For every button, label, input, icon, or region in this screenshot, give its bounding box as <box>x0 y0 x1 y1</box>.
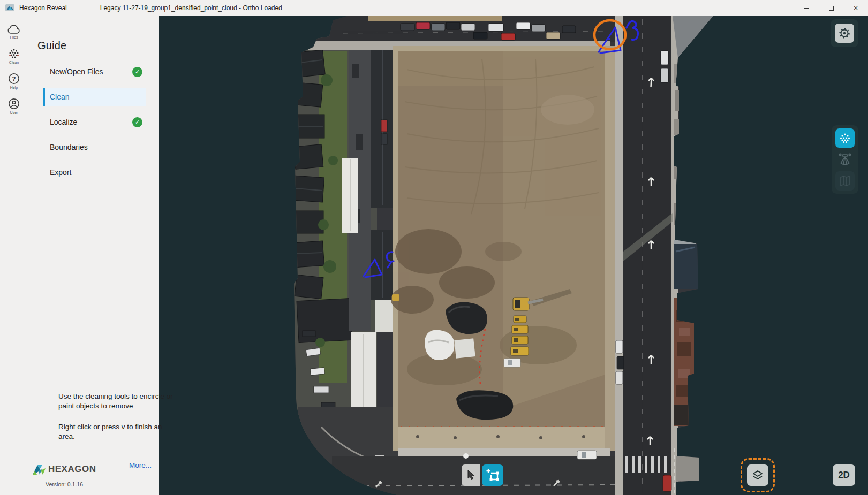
minimize-button[interactable] <box>794 0 819 16</box>
instruction-text: Right click or press v to finish an area… <box>58 422 176 441</box>
layers-highlight-box <box>741 458 775 492</box>
map-view-button[interactable] <box>835 171 855 191</box>
point-cloud-icon <box>8 48 20 59</box>
rail-item-clean[interactable]: Clean <box>0 48 28 64</box>
app-name: Hexagon Reveal <box>19 4 67 12</box>
title-bar: Hexagon Reveal Legacy 11-27-19_group1_de… <box>0 0 868 16</box>
guide-step-export[interactable]: Export <box>43 163 146 181</box>
user-icon <box>8 98 20 110</box>
map-viewport: 2D <box>159 16 868 495</box>
guide-step-boundaries[interactable]: Boundaries <box>43 138 146 156</box>
hexagon-logo-icon <box>32 463 46 476</box>
settings-button[interactable] <box>835 24 854 43</box>
ortho-right-buildings <box>673 16 713 482</box>
maximize-button[interactable] <box>819 0 843 16</box>
view-tool-stack <box>832 125 858 194</box>
view-mode-2d-button[interactable]: 2D <box>833 464 855 486</box>
maximize-icon <box>829 6 834 11</box>
rail-item-label: Help <box>10 86 18 89</box>
rail-item-help[interactable]: ? Help <box>0 73 28 89</box>
cursor-icon <box>466 470 476 481</box>
ortho-right-road <box>605 16 678 495</box>
version-label: Version: 0.1.16 <box>46 481 83 488</box>
document-title: Legacy 11-27-19_group1_densified_point_c… <box>100 4 282 12</box>
guide-step-localize[interactable]: Localize ✓ <box>43 113 146 131</box>
rail-item-files[interactable]: Files <box>0 25 28 39</box>
gear-icon <box>839 28 850 39</box>
guide-step-clean[interactable]: Clean <box>43 88 146 106</box>
app-icon <box>5 3 14 12</box>
guide-step-new-open-files[interactable]: New/Open Files ✓ <box>43 63 146 81</box>
icon-rail: Files Clean ? Help User <box>0 16 28 495</box>
ortho-photo <box>159 16 868 495</box>
fence-select-icon <box>486 468 500 482</box>
check-icon: ✓ <box>132 67 142 77</box>
more-link[interactable]: More... <box>129 461 152 469</box>
brand-name: HEXAGON <box>48 464 96 475</box>
settings-button-container <box>831 19 858 47</box>
select-tool-button[interactable] <box>462 464 480 486</box>
guide-panel: Guide New/Open Files ✓ Clean Localize ✓ … <box>28 16 159 495</box>
instruction-text: Use the cleaning tools to encircle or pa… <box>58 392 176 411</box>
drone-view-button[interactable] <box>835 150 855 169</box>
point-cloud-view-button[interactable] <box>835 128 855 148</box>
brand-row: HEXAGON <box>32 463 182 476</box>
ortho-dirt-field <box>391 46 612 451</box>
cloud-icon <box>7 25 20 34</box>
map-icon <box>839 175 851 187</box>
check-icon: ✓ <box>132 117 142 127</box>
guide-steps: New/Open Files ✓ Clean Localize ✓ Bounda… <box>28 63 159 181</box>
rail-item-label: Clean <box>9 60 19 64</box>
close-button[interactable]: ✕ <box>843 0 868 16</box>
guide-title: Guide <box>37 40 159 52</box>
fence-select-tool-button[interactable] <box>482 464 503 486</box>
ortho-left-district <box>292 20 399 495</box>
help-icon: ? <box>8 73 20 85</box>
point-cloud-icon <box>839 132 851 144</box>
svg-text:?: ? <box>12 75 16 82</box>
ortho-map-canvas[interactable] <box>159 16 868 495</box>
clean-instructions: Use the cleaning tools to encircle or pa… <box>58 392 176 441</box>
layers-button[interactable] <box>747 464 768 486</box>
rail-item-label: Files <box>10 35 18 39</box>
minimize-icon <box>804 8 809 9</box>
drone-icon <box>838 153 852 166</box>
clean-toolbar <box>462 464 503 486</box>
rail-item-user[interactable]: User <box>0 98 28 115</box>
rail-item-label: User <box>10 111 18 115</box>
layers-icon <box>751 469 764 482</box>
